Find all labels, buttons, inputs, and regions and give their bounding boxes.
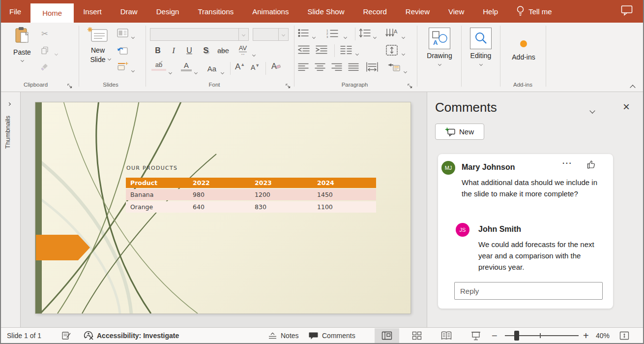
- tab-design[interactable]: Design: [147, 0, 189, 23]
- slide-sorter-view-button[interactable]: [405, 328, 429, 343]
- justify-button[interactable]: [348, 63, 359, 71]
- character-spacing-button[interactable]: AV ↔: [235, 43, 251, 55]
- slide-indicator[interactable]: Slide 1 of 1: [7, 328, 41, 344]
- bullets-chevron[interactable]: [313, 31, 315, 40]
- comments-panel-collapse-button[interactable]: [590, 106, 594, 115]
- underline-button[interactable]: U: [183, 44, 196, 57]
- paste-button[interactable]: Paste: [9, 27, 35, 62]
- change-case-chevron[interactable]: [221, 67, 224, 76]
- clear-formatting-button[interactable]: A: [271, 62, 281, 71]
- tab-home[interactable]: Home: [30, 3, 74, 23]
- tab-view[interactable]: View: [439, 0, 473, 23]
- copy-options-chevron[interactable]: [55, 48, 58, 57]
- tab-slide-show[interactable]: Slide Show: [298, 0, 353, 23]
- table-cell[interactable]: 980: [188, 189, 250, 200]
- distribute-text-button[interactable]: [366, 62, 379, 72]
- highlight-chevron[interactable]: [169, 67, 172, 76]
- line-spacing-chevron[interactable]: [374, 31, 376, 40]
- numbering-button[interactable]: 123: [326, 29, 338, 38]
- italic-button[interactable]: I: [167, 44, 180, 57]
- font-name-combobox[interactable]: [150, 28, 249, 41]
- convert-smartart-button[interactable]: [387, 63, 400, 72]
- table-cell[interactable]: Orange: [126, 201, 188, 213]
- text-shadow-button[interactable]: S: [200, 44, 212, 57]
- format-painter-button[interactable]: [39, 62, 50, 72]
- table-header-2023[interactable]: 2023: [250, 178, 313, 188]
- tab-transitions[interactable]: Transitions: [188, 0, 243, 23]
- line-spacing-button[interactable]: [359, 29, 371, 37]
- layout-chevron[interactable]: [132, 31, 134, 40]
- text-direction-button[interactable]: A: [385, 29, 398, 38]
- table-cell[interactable]: 1100: [313, 201, 376, 213]
- comment-more-button[interactable]: ⋯: [562, 157, 572, 169]
- table-cell[interactable]: 1450: [313, 189, 376, 200]
- comments-panel-close-button[interactable]: ×: [623, 100, 630, 114]
- font-size-combobox[interactable]: [253, 28, 289, 41]
- section-button[interactable]: [117, 62, 128, 71]
- paragraph-dialog-launcher[interactable]: [407, 82, 413, 91]
- table-cell[interactable]: 1200: [250, 189, 313, 200]
- text-direction-chevron[interactable]: [402, 31, 405, 40]
- spell-check-button[interactable]: [61, 328, 71, 344]
- align-left-button[interactable]: [298, 63, 309, 71]
- slide-title[interactable]: OUR PRODUCTS: [126, 165, 177, 171]
- decrease-indent-button[interactable]: [298, 45, 310, 54]
- table-header-2024[interactable]: 2024: [313, 178, 376, 188]
- new-comment-button[interactable]: New: [435, 124, 484, 140]
- table-cell[interactable]: 640: [188, 201, 250, 213]
- zoom-in-button[interactable]: +: [583, 328, 589, 344]
- tell-me-button[interactable]: Tell me: [516, 0, 552, 23]
- smartart-chevron[interactable]: [404, 66, 407, 75]
- grow-font-button[interactable]: A▲: [235, 62, 245, 72]
- reading-view-button[interactable]: [434, 328, 459, 343]
- fit-to-window-button[interactable]: [619, 328, 629, 344]
- table-header-2022[interactable]: 2022: [188, 178, 250, 188]
- section-chevron[interactable]: [132, 65, 134, 74]
- window-comments-icon[interactable]: [621, 5, 633, 18]
- align-text-chevron[interactable]: [402, 48, 405, 57]
- table-header-product[interactable]: Product: [126, 178, 188, 188]
- zoom-level-button[interactable]: 40%: [596, 328, 610, 344]
- new-slide-button[interactable]: New Slide: [83, 27, 113, 60]
- notes-button[interactable]: Notes: [268, 328, 299, 344]
- zoom-slider[interactable]: [505, 328, 579, 344]
- increase-indent-button[interactable]: [316, 45, 327, 54]
- slide-canvas[interactable]: OUR PRODUCTS Product 2022 2023 2024 Bana…: [35, 102, 410, 313]
- layout-button[interactable]: [117, 29, 128, 37]
- font-color-button[interactable]: A: [181, 61, 192, 71]
- cut-button[interactable]: ✂: [39, 29, 50, 38]
- tab-animations[interactable]: Animations: [243, 0, 298, 23]
- slideshow-view-button[interactable]: [464, 328, 488, 343]
- table-cell[interactable]: 830: [250, 201, 313, 213]
- font-name-dropdown-icon[interactable]: [238, 29, 248, 40]
- align-right-button[interactable]: [331, 63, 342, 71]
- comments-toggle-button[interactable]: Comments: [309, 328, 355, 344]
- columns-chevron[interactable]: [356, 48, 358, 57]
- tab-insert[interactable]: Insert: [74, 0, 111, 23]
- align-center-button[interactable]: [315, 63, 325, 71]
- character-spacing-chevron[interactable]: [253, 49, 255, 58]
- thumbnails-pane-collapsed[interactable]: Thumbnails: [0, 92, 21, 327]
- editing-button[interactable]: Editing: [465, 28, 497, 65]
- drawing-button[interactable]: A Drawing: [420, 28, 459, 65]
- accessibility-checker[interactable]: Accessibility: Investigate: [84, 328, 179, 344]
- zoom-out-button[interactable]: −: [492, 328, 498, 344]
- bullets-button[interactable]: [298, 29, 309, 37]
- reply-input[interactable]: [454, 282, 603, 300]
- font-color-chevron[interactable]: [195, 67, 197, 76]
- strikethrough-button[interactable]: abe: [215, 44, 231, 57]
- highlight-button[interactable]: ab: [151, 61, 166, 71]
- clipboard-dialog-launcher[interactable]: [67, 82, 73, 91]
- table-cell[interactable]: Banana: [126, 189, 188, 200]
- tab-review[interactable]: Review: [396, 0, 439, 23]
- font-size-dropdown-icon[interactable]: [278, 29, 288, 40]
- shrink-font-button[interactable]: A▼: [251, 63, 260, 72]
- columns-button[interactable]: [340, 45, 352, 54]
- align-text-button[interactable]: [385, 44, 398, 56]
- add-ins-button[interactable]: Add-ins: [502, 40, 545, 61]
- expand-thumbnails-chevron-icon[interactable]: [7, 102, 11, 106]
- tab-help[interactable]: Help: [473, 0, 507, 23]
- slide-table[interactable]: Product 2022 2023 2024 Banana 980 1200 1…: [126, 177, 376, 214]
- zoom-slider-thumb[interactable]: [514, 331, 519, 341]
- comment-like-button[interactable]: [586, 160, 596, 171]
